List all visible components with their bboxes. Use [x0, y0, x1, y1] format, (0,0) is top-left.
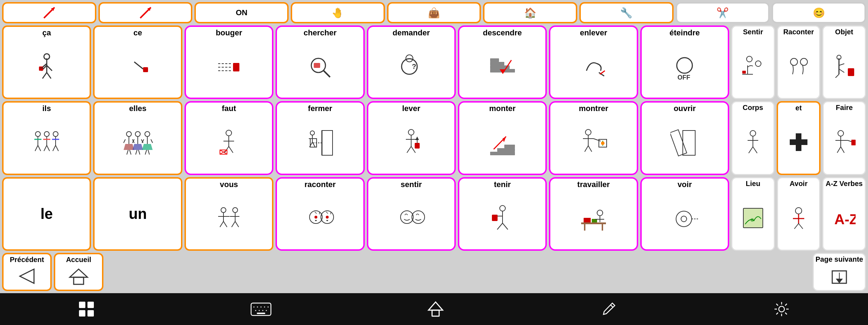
- svg-text:OFF: OFF: [677, 74, 690, 81]
- cell-vous[interactable]: vous: [185, 177, 273, 251]
- tb-home-icon[interactable]: [427, 300, 444, 318]
- svg-rect-203: [257, 313, 265, 314]
- nav-page-suivante-icon: [829, 263, 850, 289]
- cell-eteindre-icon: OFF: [643, 38, 726, 96]
- cell-sentir-cat[interactable]: Sentir: [731, 25, 775, 99]
- nav-precedent[interactable]: Précédent: [2, 253, 52, 291]
- svg-rect-164: [581, 222, 606, 224]
- svg-line-51: [35, 145, 38, 151]
- top-cell-house[interactable]: 🏠: [483, 2, 577, 23]
- top-cell-2[interactable]: [98, 2, 193, 23]
- nav-page-suivante[interactable]: Page suivante: [813, 253, 866, 291]
- svg-rect-18: [233, 63, 239, 71]
- top-cell-1[interactable]: [2, 2, 96, 23]
- svg-line-85: [229, 146, 233, 153]
- cell-et-cat[interactable]: et: [777, 101, 821, 175]
- svg-line-140: [220, 221, 223, 227]
- svg-line-20: [324, 71, 330, 77]
- cell-fermer[interactable]: fermer: [276, 101, 364, 175]
- cell-az-cat[interactable]: A-Z Verbes A-Z: [822, 177, 866, 251]
- tb-keyboard-icon[interactable]: [250, 301, 272, 317]
- cell-ca-icon: [5, 38, 88, 96]
- cell-sentir-icon: [370, 190, 453, 248]
- cell-eteindre[interactable]: éteindre OFF: [640, 25, 729, 99]
- svg-line-180: [794, 224, 799, 229]
- cell-faire-cat[interactable]: Faire: [823, 101, 866, 175]
- svg-line-134: [841, 147, 844, 153]
- nav-precedent-icon: [16, 264, 38, 288]
- cell-avoir-cat[interactable]: Avoir: [777, 177, 821, 251]
- tb-settings-icon[interactable]: [773, 300, 790, 318]
- right-row-3: Lieu Avoir: [731, 177, 866, 251]
- cell-travailler[interactable]: travailler: [549, 177, 638, 251]
- cell-objet-cat-icon: [832, 36, 857, 97]
- cell-raconter-cat[interactable]: Raconter: [777, 25, 821, 99]
- cell-ca[interactable]: ça: [2, 25, 91, 99]
- svg-point-36: [755, 61, 761, 66]
- cell-sentir[interactable]: sentir: [367, 177, 456, 251]
- cell-vous-icon: [187, 190, 271, 248]
- svg-rect-107: [497, 148, 515, 152]
- svg-point-98: [408, 129, 414, 135]
- svg-line-126: [749, 147, 753, 153]
- cell-az-cat-label: A-Z Verbes: [826, 180, 862, 188]
- svg-marker-105: [415, 137, 419, 140]
- row-1: ça ce: [2, 25, 866, 99]
- cell-descendre[interactable]: descendre: [458, 25, 547, 99]
- cell-le[interactable]: le: [2, 177, 91, 251]
- cell-lever[interactable]: lever: [367, 101, 456, 175]
- cell-bouger-icon: [187, 38, 271, 96]
- svg-point-176: [750, 218, 754, 222]
- top-cell-bag[interactable]: 👜: [387, 2, 481, 23]
- svg-rect-103: [415, 143, 420, 149]
- svg-text:A-Z: A-Z: [834, 211, 856, 227]
- cell-ouvrir[interactable]: ouvrir: [640, 101, 729, 175]
- cell-sentir-cat-label: Sentir: [743, 28, 763, 36]
- top-cell-tool[interactable]: 🔧: [579, 2, 674, 23]
- cell-monter[interactable]: monter: [458, 101, 547, 175]
- top-cell-hand[interactable]: 🤚: [291, 2, 385, 23]
- tb-grid-icon[interactable]: [78, 300, 95, 318]
- tb-pencil-icon[interactable]: [600, 300, 618, 318]
- cell-montrer-icon: [552, 114, 635, 172]
- cell-objet-cat[interactable]: Objet: [822, 25, 866, 99]
- cell-raconter[interactable]: raconter: [276, 177, 364, 251]
- toolbar: [0, 293, 868, 325]
- cell-raconter-icon: [278, 190, 362, 248]
- top-cell-face[interactable]: 😊: [772, 2, 866, 23]
- nav-accueil[interactable]: Accueil: [54, 253, 103, 291]
- cell-montrer[interactable]: montrer: [549, 101, 638, 175]
- cell-ils[interactable]: ils: [2, 101, 91, 175]
- top-cell-on[interactable]: ON: [194, 2, 289, 23]
- top-cell-scissors[interactable]: ✂️: [676, 2, 770, 23]
- svg-rect-11: [39, 66, 43, 71]
- cell-un-icon: un: [96, 180, 179, 248]
- cell-corps-cat[interactable]: Corps: [731, 101, 775, 175]
- cell-chercher-icon: [278, 38, 362, 96]
- cell-tenir[interactable]: tenir: [458, 177, 547, 251]
- nav-page-suivante-label: Page suivante: [816, 255, 863, 263]
- svg-rect-192: [87, 310, 94, 317]
- cell-un[interactable]: un: [93, 177, 182, 251]
- svg-line-74: [138, 150, 140, 155]
- cell-bouger[interactable]: bouger: [185, 25, 273, 99]
- main-area: ON 🤚 👜 🏠 🔧 ✂️ 😊 ça: [0, 0, 868, 251]
- cell-lieu-cat[interactable]: Lieu: [731, 177, 775, 251]
- cell-enlever[interactable]: enlever: [549, 25, 638, 99]
- cell-voir[interactable]: voir: [640, 177, 729, 251]
- svg-marker-184: [70, 269, 87, 277]
- cell-chercher[interactable]: chercher: [276, 25, 364, 99]
- cell-et-cat-label: et: [795, 104, 802, 112]
- cell-elles[interactable]: elles: [93, 101, 182, 175]
- cell-travailler-label: travailler: [577, 180, 610, 189]
- cell-demander[interactable]: demander ?: [367, 25, 456, 99]
- cell-corps-cat-label: Corps: [743, 104, 763, 112]
- svg-line-65: [124, 139, 125, 143]
- cell-faut[interactable]: faut: [185, 101, 273, 175]
- svg-point-130: [838, 130, 844, 136]
- svg-line-56: [44, 145, 47, 151]
- cell-ce[interactable]: ce: [93, 25, 182, 99]
- svg-line-115: [588, 146, 592, 152]
- cell-faire-cat-icon: [832, 112, 857, 172]
- svg-rect-185: [74, 277, 84, 284]
